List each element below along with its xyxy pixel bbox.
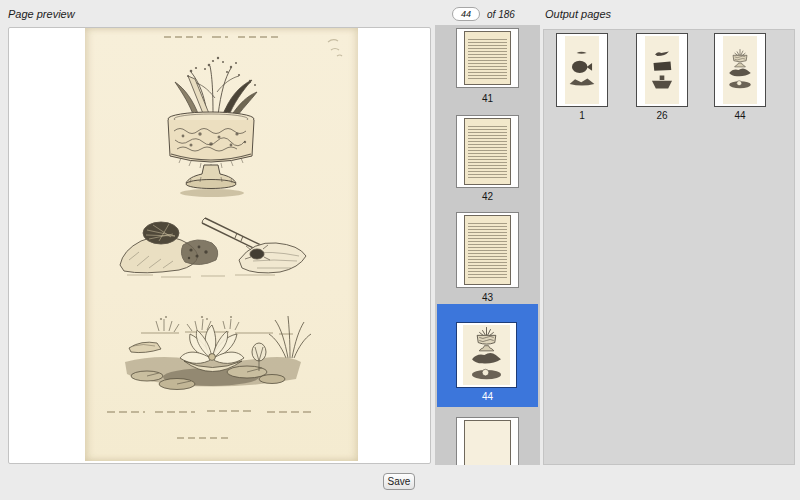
bird-box-basin-mini-illustration	[645, 36, 679, 104]
output-page-number: 44	[714, 110, 766, 121]
output-page-number: 1	[556, 110, 608, 121]
thumbnail-image-fish-page	[565, 36, 599, 104]
text-page-lines	[468, 37, 507, 79]
filmstrip-item-number: 43	[435, 292, 540, 303]
text-page-lines	[468, 221, 507, 279]
thumbnail-image-blank-page	[464, 420, 511, 465]
app-window: Page preview	[0, 0, 800, 500]
fish-mini-illustration	[565, 36, 599, 104]
thumbnail-frame	[456, 322, 517, 388]
filmstrip[interactable]: 41 42 43 44	[435, 25, 540, 465]
thumbnail-frame	[556, 33, 608, 107]
page-preview-label: Page preview	[8, 8, 75, 20]
output-pages-panel: 1 26 44	[543, 29, 795, 465]
output-page-26[interactable]: 26	[636, 33, 688, 107]
total-pages: 186	[498, 9, 515, 20]
thumbnail-image-text-page	[464, 215, 511, 285]
output-page-number: 26	[636, 110, 688, 121]
page-preview-image	[85, 28, 358, 461]
thumbnail-image-text-page	[464, 31, 511, 85]
of-label: of	[487, 9, 495, 20]
page-preview-panel	[8, 27, 431, 464]
thumbnail-image-illustration-page	[723, 36, 757, 104]
thumbnail-image-text-page	[464, 118, 511, 185]
thumbnail-frame	[636, 33, 688, 107]
save-button[interactable]: Save	[383, 473, 415, 490]
vase-rocks-waterlily-mini-illustration	[723, 36, 757, 104]
output-page-1[interactable]: 1	[556, 33, 608, 107]
thumbnail-frame	[456, 115, 519, 188]
output-page-44[interactable]: 44	[714, 33, 766, 107]
thumbnail-frame	[456, 417, 519, 465]
filmstrip-item-number: 42	[435, 191, 540, 202]
output-pages-label: Output pages	[545, 8, 611, 20]
filmstrip-item-number: 44	[437, 391, 538, 402]
thumbnail-frame	[714, 33, 766, 107]
thumbnail-image-illustration-page	[463, 325, 510, 385]
thumbnail-frame	[456, 28, 519, 88]
book-page-illustration	[85, 28, 358, 461]
page-count-label: of 186	[487, 9, 515, 20]
filmstrip-item-number: 41	[435, 93, 540, 104]
current-page-input[interactable]	[452, 7, 480, 21]
text-page-lines	[468, 124, 507, 179]
filmstrip-item-44-selected[interactable]: 44	[437, 304, 538, 407]
thumbnail-image-bird-page	[645, 36, 679, 104]
thumbnail-frame	[456, 212, 519, 288]
vase-rocks-waterlily-mini-illustration	[463, 325, 510, 385]
